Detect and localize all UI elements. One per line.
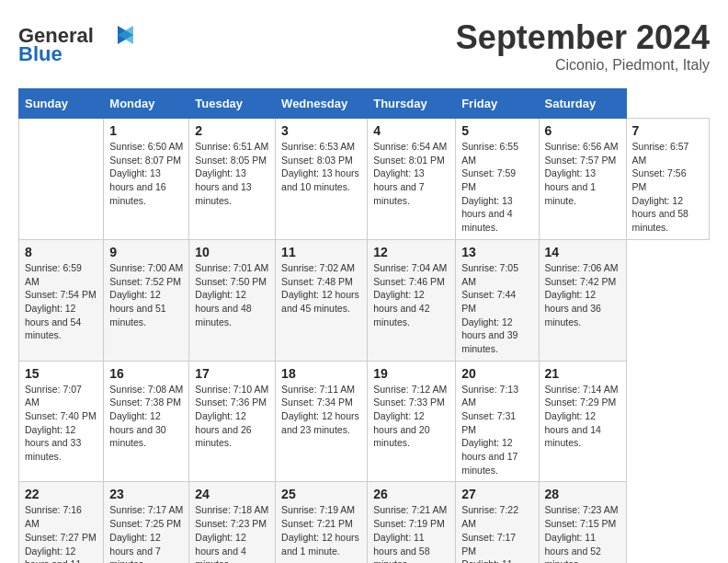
day-info: Sunrise: 7:06 AM Sunset: 7:42 PM Dayligh… <box>545 261 620 328</box>
calendar-cell: 5 Sunrise: 6:55 AM Sunset: 7:59 PM Dayli… <box>456 119 539 240</box>
day-info: Sunrise: 7:13 AM Sunset: 7:31 PM Dayligh… <box>461 383 532 477</box>
calendar-header-monday: Monday <box>104 89 189 119</box>
calendar-week-3: 15 Sunrise: 7:07 AM Sunset: 7:40 PM Dayl… <box>19 361 710 482</box>
daylight: Daylight: 12 hours and 4 minutes. <box>195 532 245 563</box>
calendar-cell: 7 Sunrise: 6:57 AM Sunset: 7:56 PM Dayli… <box>626 119 709 240</box>
calendar-cell: 2 Sunrise: 6:51 AM Sunset: 8:05 PM Dayli… <box>189 119 276 240</box>
day-number: 27 <box>461 487 532 501</box>
sunset: Sunset: 8:01 PM <box>373 155 445 166</box>
sunset: Sunset: 7:21 PM <box>281 518 353 529</box>
calendar-cell: 25 Sunrise: 7:19 AM Sunset: 7:21 PM Dayl… <box>276 482 368 563</box>
sunrise: Sunrise: 6:50 AM <box>109 141 183 152</box>
day-number: 10 <box>195 245 269 259</box>
day-number: 21 <box>545 366 620 381</box>
calendar-header-friday: Friday <box>456 89 539 119</box>
calendar-cell: 15 Sunrise: 7:07 AM Sunset: 7:40 PM Dayl… <box>19 361 104 482</box>
calendar-cell <box>19 119 104 240</box>
sunrise: Sunrise: 7:04 AM <box>373 262 447 273</box>
day-info: Sunrise: 7:19 AM Sunset: 7:21 PM Dayligh… <box>281 503 361 557</box>
sunset: Sunset: 7:59 PM <box>461 167 516 192</box>
sunset: Sunset: 7:48 PM <box>281 276 353 287</box>
day-number: 7 <box>632 123 703 138</box>
sunrise: Sunrise: 6:55 AM <box>461 141 518 166</box>
daylight: Daylight: 12 hours and 26 minutes. <box>195 410 251 448</box>
day-info: Sunrise: 7:16 AM Sunset: 7:27 PM Dayligh… <box>25 503 97 563</box>
day-number: 15 <box>25 366 97 381</box>
daylight: Daylight: 12 hours and 20 minutes. <box>373 410 429 448</box>
calendar-cell: 13 Sunrise: 7:05 AM Sunset: 7:44 PM Dayl… <box>456 239 539 361</box>
sunrise: Sunrise: 7:19 AM <box>281 504 355 515</box>
day-info: Sunrise: 7:00 AM Sunset: 7:52 PM Dayligh… <box>109 261 183 328</box>
day-info: Sunrise: 6:55 AM Sunset: 7:59 PM Dayligh… <box>461 140 532 235</box>
sunset: Sunset: 7:31 PM <box>461 410 516 435</box>
sunset: Sunset: 7:34 PM <box>281 396 353 408</box>
day-number: 26 <box>373 487 449 501</box>
day-info: Sunrise: 7:01 AM Sunset: 7:50 PM Dayligh… <box>195 261 269 328</box>
sunset: Sunset: 7:27 PM <box>25 532 97 543</box>
daylight: Daylight: 12 hours and 48 minutes. <box>195 289 251 327</box>
sunset: Sunset: 7:50 PM <box>195 276 267 287</box>
sunset: Sunset: 7:33 PM <box>373 396 445 408</box>
sunrise: Sunrise: 7:13 AM <box>461 384 518 408</box>
day-info: Sunrise: 7:23 AM Sunset: 7:15 PM Dayligh… <box>545 503 620 563</box>
sunrise: Sunrise: 7:01 AM <box>195 262 268 273</box>
sunrise: Sunrise: 7:17 AM <box>109 504 183 515</box>
day-info: Sunrise: 6:51 AM Sunset: 8:05 PM Dayligh… <box>195 140 269 207</box>
day-number: 16 <box>109 366 183 381</box>
calendar-table: SundayMondayTuesdayWednesdayThursdayFrid… <box>18 88 710 563</box>
daylight: Daylight: 12 hours and 7 minutes. <box>109 532 160 563</box>
svg-text:Blue: Blue <box>18 42 63 64</box>
sunrise: Sunrise: 7:07 AM <box>25 384 82 408</box>
day-info: Sunrise: 6:59 AM Sunset: 7:54 PM Dayligh… <box>25 261 97 342</box>
calendar-cell: 12 Sunrise: 7:04 AM Sunset: 7:46 PM Dayl… <box>368 239 456 361</box>
day-number: 1 <box>109 123 183 138</box>
daylight: Daylight: 12 hours and 1 minute. <box>281 532 359 557</box>
calendar-cell: 8 Sunrise: 6:59 AM Sunset: 7:54 PM Dayli… <box>19 239 104 361</box>
day-number: 5 <box>461 123 532 138</box>
calendar-cell: 16 Sunrise: 7:08 AM Sunset: 7:38 PM Dayl… <box>104 361 189 482</box>
sunset: Sunset: 7:54 PM <box>25 289 97 300</box>
calendar-cell: 3 Sunrise: 6:53 AM Sunset: 8:03 PM Dayli… <box>276 119 368 240</box>
sunset: Sunset: 7:19 PM <box>373 518 445 529</box>
sunset: Sunset: 7:57 PM <box>545 155 617 166</box>
sunrise: Sunrise: 6:53 AM <box>281 141 355 152</box>
calendar-header-tuesday: Tuesday <box>189 89 276 119</box>
day-info: Sunrise: 7:17 AM Sunset: 7:25 PM Dayligh… <box>109 503 183 563</box>
daylight: Daylight: 13 hours and 7 minutes. <box>373 167 424 205</box>
calendar-header-wednesday: Wednesday <box>276 89 368 119</box>
calendar-week-2: 8 Sunrise: 6:59 AM Sunset: 7:54 PM Dayli… <box>19 239 710 361</box>
sunrise: Sunrise: 7:05 AM <box>461 262 518 287</box>
sunset: Sunset: 8:03 PM <box>281 155 353 166</box>
sunset: Sunset: 7:40 PM <box>25 410 97 421</box>
daylight: Daylight: 12 hours and 23 minutes. <box>281 410 359 435</box>
day-info: Sunrise: 7:04 AM Sunset: 7:46 PM Dayligh… <box>373 261 449 328</box>
sunrise: Sunrise: 7:21 AM <box>373 504 447 515</box>
day-info: Sunrise: 6:56 AM Sunset: 7:57 PM Dayligh… <box>545 140 620 207</box>
sunset: Sunset: 7:23 PM <box>195 518 267 529</box>
day-number: 23 <box>109 487 183 501</box>
day-info: Sunrise: 6:54 AM Sunset: 8:01 PM Dayligh… <box>373 140 449 207</box>
daylight: Daylight: 11 hours and 58 minutes. <box>373 532 429 563</box>
calendar-cell: 1 Sunrise: 6:50 AM Sunset: 8:07 PM Dayli… <box>104 119 189 240</box>
calendar-cell: 18 Sunrise: 7:11 AM Sunset: 7:34 PM Dayl… <box>276 361 368 482</box>
sunrise: Sunrise: 7:18 AM <box>195 504 268 515</box>
day-info: Sunrise: 7:18 AM Sunset: 7:23 PM Dayligh… <box>195 503 269 563</box>
day-number: 28 <box>545 487 620 501</box>
day-info: Sunrise: 7:21 AM Sunset: 7:19 PM Dayligh… <box>373 503 449 563</box>
calendar-cell: 23 Sunrise: 7:17 AM Sunset: 7:25 PM Dayl… <box>104 482 189 563</box>
daylight: Daylight: 12 hours and 58 minutes. <box>632 195 688 233</box>
sunset: Sunset: 7:46 PM <box>373 276 445 287</box>
calendar-cell: 14 Sunrise: 7:06 AM Sunset: 7:42 PM Dayl… <box>539 239 626 361</box>
location: Ciconio, Piedmont, Italy <box>456 57 710 74</box>
logo: General Blue <box>18 18 138 68</box>
sunset: Sunset: 7:17 PM <box>461 532 516 557</box>
sunset: Sunset: 7:38 PM <box>109 396 181 408</box>
day-number: 12 <box>373 245 449 259</box>
page-header: General Blue September 2024 Ciconio, Pie… <box>18 18 710 74</box>
daylight: Daylight: 12 hours and 11 minutes. <box>25 546 81 564</box>
sunrise: Sunrise: 7:02 AM <box>281 262 355 273</box>
daylight: Daylight: 12 hours and 39 minutes. <box>461 316 518 354</box>
daylight: Daylight: 12 hours and 45 minutes. <box>281 289 359 314</box>
calendar-week-1: 1 Sunrise: 6:50 AM Sunset: 8:07 PM Dayli… <box>19 119 710 240</box>
daylight: Daylight: 12 hours and 36 minutes. <box>545 289 601 327</box>
